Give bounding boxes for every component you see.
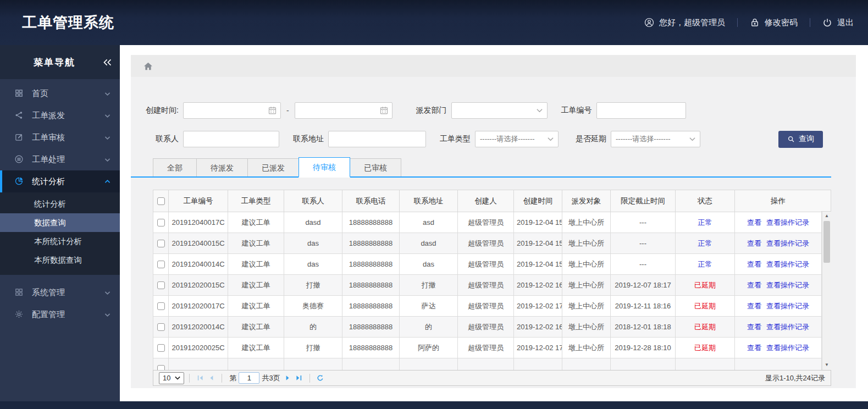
submenu-item-local-data-query[interactable]: 本所数据查询: [0, 251, 120, 269]
total-pages-label: 共3页: [262, 373, 280, 383]
tab-dispatched[interactable]: 已派发: [247, 158, 299, 176]
cell-created: 2019-12-02 17:: [514, 338, 562, 358]
cell-operations: 查看查看操作记录: [735, 338, 822, 358]
sidebar-item-process[interactable]: 工单处理: [0, 148, 120, 170]
cell-deadline: ---: [611, 233, 676, 254]
row-checkbox[interactable]: [157, 281, 165, 289]
view-link[interactable]: 查看: [747, 344, 761, 352]
view-link[interactable]: 查看: [747, 323, 761, 331]
view-log-link[interactable]: 查看操作记录: [766, 323, 809, 331]
submenu-item-data-query[interactable]: 数据查询: [0, 213, 120, 232]
row-checkbox[interactable]: [157, 302, 165, 310]
view-link[interactable]: 查看: [747, 239, 761, 247]
view-link[interactable]: 查看: [747, 302, 761, 310]
page-size-select[interactable]: 10: [159, 372, 184, 384]
change-password-link[interactable]: 修改密码: [750, 18, 798, 28]
status-badge: 正常: [698, 218, 712, 226]
select-all-checkbox[interactable]: [157, 197, 165, 205]
scroll-up-icon[interactable]: ▲: [822, 212, 831, 220]
cell-creator: 超级管理员: [458, 296, 514, 317]
cell-phone: 18888888888: [342, 296, 400, 317]
view-log-link[interactable]: 查看操作记录: [766, 239, 809, 247]
dispatch-dept-select[interactable]: [451, 102, 548, 119]
lock-icon: [750, 18, 760, 27]
row-checkbox[interactable]: [157, 323, 165, 331]
row-checkbox[interactable]: [157, 219, 165, 226]
sidebar-item-config[interactable]: 配置管理: [0, 303, 120, 325]
chevron-down-icon: [104, 289, 111, 296]
view-log-link[interactable]: 查看操作记录: [766, 344, 809, 352]
view-log-link[interactable]: 查看操作记录: [766, 218, 809, 226]
logout-link[interactable]: 退出: [822, 18, 854, 28]
create-time-start-input[interactable]: [183, 102, 281, 119]
cell-status: 已延期: [676, 317, 735, 338]
tab-pending-dispatch[interactable]: 待派发: [196, 158, 248, 176]
row-checkbox[interactable]: [157, 240, 165, 247]
table-body: 201912040017C 建议工单 dasd 18888888888 asd …: [153, 212, 822, 371]
row-checkbox[interactable]: [157, 344, 165, 352]
sidebar-item-review[interactable]: 工单审核: [0, 126, 120, 148]
order-type-select[interactable]: -------请选择-------: [475, 131, 559, 147]
scrollbar-thumb[interactable]: [823, 221, 830, 263]
calendar-icon[interactable]: [379, 106, 389, 115]
row-select-cell: [153, 296, 169, 317]
next-page-button[interactable]: [283, 373, 294, 384]
view-link[interactable]: 查看: [747, 218, 761, 226]
cell-operations: 查看查看操作记录: [735, 296, 822, 317]
table-row: 201912020017C 建议工单 奥德赛 18888888888 萨达 超级…: [153, 296, 822, 317]
cell-target: 墩上中心所: [562, 275, 611, 296]
scroll-down-icon[interactable]: ▼: [822, 361, 831, 369]
view-log-link[interactable]: 查看操作记录: [766, 302, 809, 310]
query-button[interactable]: 查询: [778, 131, 823, 148]
view-log-link[interactable]: 查看操作记录: [766, 260, 809, 268]
tab-reviewed[interactable]: 已审核: [350, 158, 401, 176]
user-greeting[interactable]: 您好，超级管理员: [644, 18, 725, 28]
contact-input[interactable]: [183, 131, 279, 147]
order-type-value: -------请选择-------: [480, 134, 535, 144]
sidebar-item-dispatch[interactable]: 工单派发: [0, 104, 120, 126]
delayed-select[interactable]: -------请选择-------: [611, 131, 700, 147]
header-divider: [737, 18, 738, 27]
cell-order-type: 建议工单: [228, 212, 284, 233]
cell-order-no: 201912040014C: [169, 254, 228, 275]
row-checkbox[interactable]: [157, 261, 165, 268]
pager-divider: [222, 374, 222, 383]
view-log-link[interactable]: 查看操作记录: [766, 281, 809, 289]
last-page-button[interactable]: [294, 373, 305, 384]
cell-operations: 查看查看操作记录: [735, 317, 822, 338]
page-number-input[interactable]: [239, 372, 259, 384]
refresh-icon[interactable]: [315, 373, 326, 384]
tab-pending-review[interactable]: 待审核: [298, 157, 350, 178]
row-select-cell: [153, 275, 169, 296]
first-page-button[interactable]: [195, 373, 206, 384]
row-checkbox[interactable]: [157, 365, 165, 370]
calendar-icon[interactable]: [268, 106, 277, 115]
scrollbar-track[interactable]: ▲ ▼: [822, 212, 831, 370]
sidebar-item-statistics[interactable]: 统计分析: [0, 170, 120, 192]
col-status: 状态: [676, 190, 735, 212]
create-time-end-input[interactable]: [295, 102, 392, 119]
tab-all[interactable]: 全部: [153, 158, 197, 176]
address-input[interactable]: [328, 131, 426, 147]
sidebar-item-home[interactable]: 首页: [0, 82, 120, 104]
submenu-item-local-statistics[interactable]: 本所统计分析: [0, 232, 120, 251]
cell-phone: 18888888888: [342, 233, 400, 254]
sidebar-item-system[interactable]: 系统管理: [0, 281, 120, 303]
order-no-input[interactable]: [596, 102, 686, 119]
prev-page-button[interactable]: [206, 373, 217, 384]
view-link[interactable]: 查看: [747, 260, 761, 268]
row-select-cell: [153, 338, 169, 358]
cell-contact: das: [284, 233, 342, 254]
sidebar-collapse-icon[interactable]: [95, 58, 120, 67]
pagination-bar: 10 第 共3页 显示1-10,共24记录: [153, 370, 831, 386]
cell-creator: 超级管理员: [458, 233, 514, 254]
cell-status: 正常: [676, 233, 735, 254]
submenu-item-statistics-analysis[interactable]: 统计分析: [0, 195, 120, 213]
view-link[interactable]: 查看: [747, 281, 761, 289]
chevron-down-icon: [537, 108, 543, 113]
table-row: 201912020014C 建议工单 的 18888888888 的 超级管理员…: [153, 317, 822, 338]
search-icon: [787, 135, 795, 143]
home-icon[interactable]: [143, 61, 153, 71]
chevron-down-icon: [104, 112, 111, 119]
cell-target: 墩上中心所: [562, 317, 611, 338]
